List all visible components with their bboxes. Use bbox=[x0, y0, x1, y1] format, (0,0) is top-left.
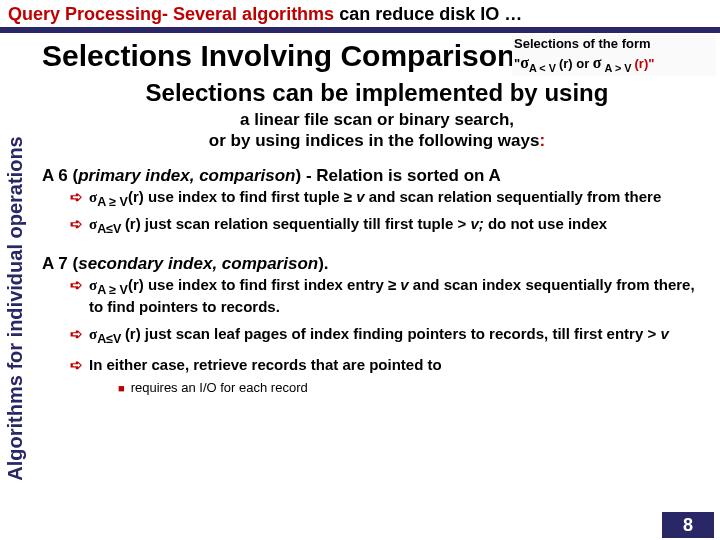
a7-bullet-1: ➪ σA ≥ V(r) use index to find first inde… bbox=[70, 276, 712, 315]
a6-bullet-2: ➪ σA≤V (r) just scan relation sequential… bbox=[70, 215, 712, 236]
a7-bullet-3: ➪ In either case, retrieve records that … bbox=[70, 356, 712, 373]
form-line2: "σA < V (r) or σ A > V (r)" bbox=[514, 53, 714, 75]
algo-a6: A 6 (primary index, comparison) - Relati… bbox=[42, 166, 712, 237]
a7-heading: A 7 (secondary index, comparison). bbox=[42, 254, 712, 274]
header-text-2: Several algorithms bbox=[168, 4, 334, 24]
subtitle-2: a linear file scan or binary search, or … bbox=[42, 109, 712, 152]
arrow-icon: ➪ bbox=[70, 325, 83, 342]
a7-sub-bullet: ■ requires an I/O for each record bbox=[118, 380, 712, 395]
page-number: 8 bbox=[662, 512, 714, 538]
a7-bullet-2: ➪ σA≤V (r) just scan leaf pages of index… bbox=[70, 325, 712, 346]
header-bar: Query Processing- Several algorithms can… bbox=[0, 0, 720, 27]
header-text-1: Query Processing- bbox=[8, 4, 168, 24]
side-label-text: Algorithms for individual operations bbox=[4, 136, 27, 480]
form-line1: Selections of the form bbox=[514, 36, 714, 53]
square-icon: ■ bbox=[118, 382, 125, 394]
a6-heading: A 6 (primary index, comparison) - Relati… bbox=[42, 166, 712, 186]
arrow-icon: ➪ bbox=[70, 188, 83, 205]
vertical-side-label: Algorithms for individual operations bbox=[0, 73, 30, 540]
arrow-icon: ➪ bbox=[70, 276, 83, 293]
arrow-icon: ➪ bbox=[70, 215, 83, 232]
subtitle-1: Selections can be implemented by using bbox=[42, 79, 712, 107]
selection-form-box: Selections of the form "σA < V (r) or σ … bbox=[512, 35, 716, 76]
algo-a7: A 7 (secondary index, comparison). ➪ σA … bbox=[42, 254, 712, 394]
arrow-icon: ➪ bbox=[70, 356, 83, 373]
header-text-3: can reduce disk IO … bbox=[334, 4, 522, 24]
slide-content: Selections of the form "σA < V (r) or σ … bbox=[34, 33, 720, 395]
a6-bullet-1: ➪ σA ≥ V(r) use index to find first tupl… bbox=[70, 188, 712, 209]
